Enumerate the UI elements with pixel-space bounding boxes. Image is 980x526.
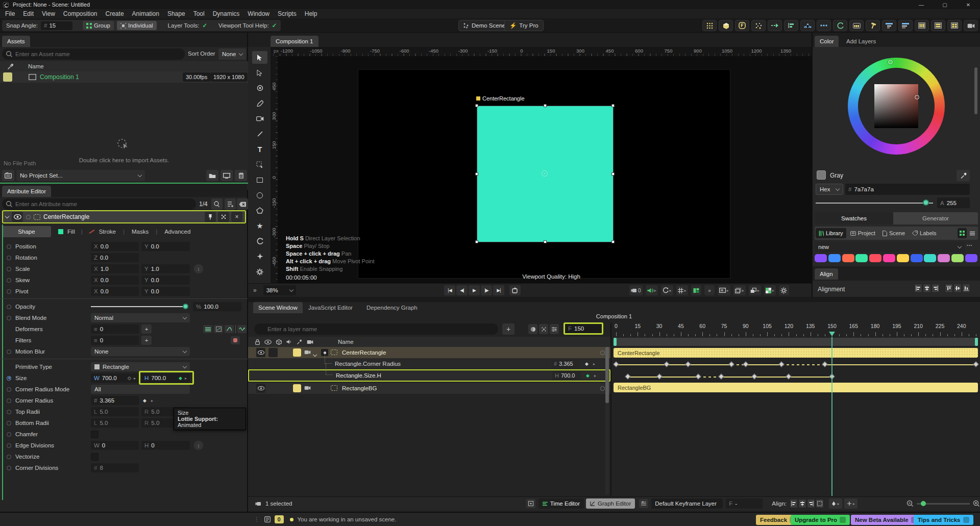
asset-color-swatch[interactable] [3, 72, 12, 82]
selection-handle[interactable] [475, 104, 478, 107]
viewport-canvas[interactable]: 4503001500-150-300-450 CenterRectangle H… [271, 56, 812, 283]
chamfer-checkbox[interactable] [91, 431, 99, 438]
corner-radius-mode-dropdown[interactable]: All [91, 385, 190, 394]
tab-dependency-graph[interactable]: Dependency Graph [361, 302, 423, 313]
rectangle-tool[interactable] [252, 173, 267, 186]
pin-icon[interactable] [205, 212, 216, 222]
pencil-tool[interactable] [252, 97, 267, 110]
keyframe-layer-dropdown[interactable]: Default Keyframe Layer [651, 498, 723, 509]
track-area[interactable]: 0153045607590105120135150165180195210225… [610, 322, 980, 496]
color-swatch[interactable] [911, 254, 923, 262]
swatch-set-dropdown[interactable]: new [815, 242, 965, 252]
keyframe-diamond-icon[interactable]: ◆ [143, 398, 146, 403]
go-to-start-button[interactable]: |◀ [444, 285, 455, 295]
grid-cells-icon[interactable] [947, 20, 962, 31]
keyframe-radio[interactable] [7, 305, 11, 309]
align-bottom-button[interactable] [962, 284, 970, 293]
keyframe-radio[interactable] [7, 432, 11, 437]
asset-row-composition[interactable]: Composition 1 30.00fps 1920 x 1080 [0, 71, 248, 83]
onion-skin-icon[interactable] [528, 324, 537, 334]
layer-color-swatch[interactable] [293, 348, 301, 357]
key-align-right-button[interactable] [807, 499, 815, 508]
scale-x-field[interactable]: X1.0 [91, 264, 139, 273]
keyframe-diamond-icon[interactable]: ◆ [585, 361, 589, 366]
isolate-icon[interactable] [218, 212, 229, 222]
edge-divisions-h-field[interactable]: H0 [141, 441, 190, 450]
arc-tool[interactable] [252, 235, 267, 247]
add-deformer-button[interactable]: + [141, 324, 152, 334]
group-button[interactable]: Group [83, 21, 114, 30]
play-button[interactable]: ▶ [469, 285, 480, 295]
menu-item[interactable]: File [1, 10, 19, 17]
deformers-field[interactable]: ≡0 [91, 324, 139, 334]
zoom-out-icon[interactable] [906, 500, 914, 507]
eye-icon[interactable] [256, 348, 265, 357]
graph-icon[interactable] [214, 325, 223, 333]
motion-blur-dropdown[interactable]: None [91, 347, 190, 356]
log-icon[interactable] [264, 516, 271, 522]
keyframe-radio-selected[interactable] [7, 376, 11, 381]
expression-icon[interactable]: ▸ [594, 373, 596, 378]
tab-stroke[interactable]: Stroke [99, 229, 116, 235]
attr-row-corner-radius-track[interactable]: Rectangle.Corner Radius #3.365 ◆ ▸ [248, 358, 610, 369]
menu-item[interactable]: Window [243, 10, 274, 17]
blend-mode-dropdown[interactable]: Normal [91, 313, 190, 322]
curve-icon[interactable] [225, 325, 234, 333]
tab-align[interactable]: Align [815, 268, 838, 280]
render-cube-icon[interactable] [276, 339, 282, 345]
rotation-z-field[interactable]: Z0.0 [91, 253, 139, 262]
text-tool[interactable]: T [252, 143, 267, 156]
tab-generator[interactable]: Generator [893, 212, 978, 224]
eyedropper-icon[interactable] [7, 63, 14, 70]
keyframe-layer-icon[interactable] [639, 499, 648, 508]
tab-javascript-editor[interactable]: JavaScript Editor [303, 302, 358, 313]
timeline-zoom-slider[interactable] [917, 503, 970, 505]
lock-slot[interactable] [268, 348, 278, 357]
toolstrip-overflow-icon[interactable]: » [253, 287, 256, 294]
keyframe-radio[interactable] [7, 398, 11, 403]
layer-radio[interactable] [600, 386, 605, 391]
mallet-icon[interactable] [866, 20, 880, 31]
key-align-range-button[interactable] [816, 499, 824, 508]
tab-add-layers[interactable]: Add Layers [841, 36, 881, 47]
select-tool[interactable] [252, 51, 267, 64]
scale-y-field[interactable]: Y1.0 [141, 264, 190, 273]
expression-icon[interactable]: ▸ [593, 362, 595, 366]
keyframe-diamond-icon[interactable]: ◆ [586, 373, 590, 378]
eye-icon[interactable] [256, 384, 265, 393]
shape-name-label[interactable]: CenterRectangle [476, 95, 525, 102]
color-swatch[interactable] [869, 254, 881, 262]
viewport-tool-help-check-icon[interactable]: ✓ [272, 22, 277, 29]
pivot-indicator[interactable] [542, 170, 548, 177]
work-area-bar[interactable] [614, 338, 978, 346]
track-bar-rectangle-bg[interactable]: RectangleBG [614, 383, 978, 392]
scatter-icon[interactable] [751, 20, 766, 31]
expression-icon[interactable]: ▸ [151, 398, 153, 403]
menu-item[interactable]: Edit [19, 10, 38, 17]
align-right-button[interactable] [932, 284, 940, 293]
selection-handle[interactable] [611, 104, 615, 107]
bottom-radii-l-field[interactable]: L5.0 [91, 418, 139, 428]
minimize-button[interactable]: — [910, 0, 933, 9]
corner-divisions-field[interactable]: #8 [91, 463, 139, 472]
align-bars-icon[interactable] [784, 20, 798, 31]
camera-visibility-icon[interactable] [304, 386, 311, 390]
tab-masks[interactable]: Masks [132, 229, 149, 235]
color-mode-dropdown[interactable]: Hex [816, 184, 843, 195]
grid-icon[interactable]: ▸ [676, 285, 688, 295]
selection-handle[interactable] [544, 240, 547, 243]
tab-assets[interactable]: Assets [2, 36, 30, 47]
refresh-icon[interactable]: ▸ [661, 285, 673, 295]
panel-scrollbar[interactable] [974, 67, 977, 114]
alpha-slider[interactable] [816, 203, 933, 204]
eyedropper-icon[interactable] [957, 170, 970, 181]
arc-arrow-icon[interactable] [833, 20, 847, 31]
asset-search-input[interactable] [2, 48, 185, 60]
individual-button[interactable]: Individual [117, 21, 157, 30]
next-frame-button[interactable]: |▶ [481, 285, 492, 295]
keyframe-radio[interactable] [7, 267, 11, 271]
previous-frame-button[interactable]: ◀| [456, 285, 468, 295]
table-icon[interactable] [849, 20, 864, 31]
tab-advanced[interactable]: Advanced [164, 229, 190, 235]
settings-tool[interactable] [252, 265, 267, 278]
